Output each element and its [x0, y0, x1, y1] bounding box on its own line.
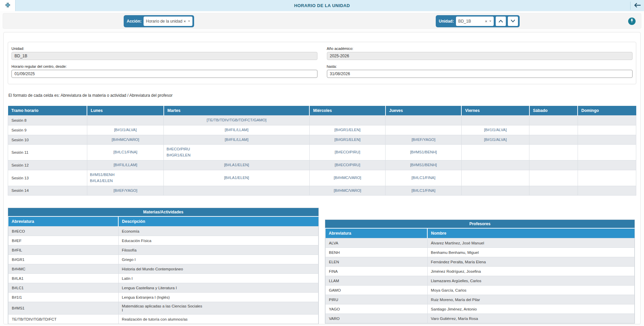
schedule-cell	[164, 186, 309, 196]
schedule-cell	[309, 116, 386, 125]
schedule-cell: [B#FIL/LLAM]	[164, 125, 309, 135]
table-cell: Griego I	[118, 255, 318, 264]
schedule-entry: [B#EF/YAGO]	[90, 188, 161, 194]
schedule-entry: [B#GR1/ELEN]	[312, 137, 383, 143]
session-label: Sesión 13	[8, 170, 87, 186]
unidad-group: Unidad: BD_1B ×	[436, 15, 520, 27]
schedule-entry: [B#HMC/VARO]	[312, 188, 383, 194]
schedule-row: Sesión 12[B#FIL/LLAM][B#LA1/ELEN][B#ECO/…	[8, 160, 636, 170]
schedule-col-header: Jueves	[386, 106, 462, 116]
schedule-entry: [B#LC1/FINA]	[388, 188, 459, 194]
materias-row: B#FILFilosofía	[8, 245, 318, 255]
table-cell: Jiménez Rodríguez, Josefina	[427, 267, 634, 276]
schedule-entry: [B#ECO/PIRU]	[312, 149, 383, 155]
pin-button[interactable]	[628, 18, 636, 25]
schedule-cell: [TE/TB/TDIV/TGB/TD/FCT/GAMO]	[164, 116, 309, 125]
close-icon[interactable]: ×	[184, 20, 186, 23]
table-cell: Varo Gutiérrez, María Rosa	[427, 314, 634, 323]
table-cell: FINA	[326, 267, 428, 276]
anio-academico-field	[327, 52, 633, 60]
profesores-title: Profesores	[325, 220, 635, 229]
back-button[interactable]	[631, 0, 644, 11]
schedule-cell	[529, 125, 578, 135]
schedule-cell: [B#LC1/FINA]	[386, 186, 462, 196]
schedule-entry: [B#GR1/ELEN]	[312, 127, 383, 133]
schedule-cell	[461, 160, 529, 170]
schedule-cell	[529, 170, 578, 186]
schedule-cell	[529, 135, 578, 145]
profesores-col-abreviatura: Abreviatura	[326, 229, 428, 238]
schedule-entry: [B#1I1/ALVA]	[90, 127, 161, 133]
toolbar: Acción: Horario de la unidad × Unidad: B…	[3, 13, 641, 29]
schedule-cell: [B#GR1/ELEN]	[309, 135, 386, 145]
compress-button[interactable]	[0, 0, 16, 11]
unidad-label: Unidad:	[437, 19, 454, 24]
session-label: Sesión 11	[8, 145, 87, 160]
materias-title: Materias/Actividades	[8, 208, 318, 217]
materias-row: B#MS1Matemáticas aplicadas a las Ciencia…	[8, 302, 318, 315]
table-cell: Realización de tutoría con alumnos/as	[118, 315, 318, 324]
accion-selected-value: Horario de la unidad	[146, 19, 182, 24]
schedule-cell	[386, 125, 462, 135]
schedule-cell: [B#1I1/ALVA]	[461, 125, 529, 135]
schedule-entry: [B#1I1/ALVA]	[464, 137, 526, 143]
materias-row: B#GR1Griego I	[8, 255, 318, 264]
hasta-field-group: hasta:	[327, 64, 633, 78]
table-cell: Educación Física	[118, 236, 318, 245]
profesores-row: ALVAÁlvarez Martínez, José Manuel	[326, 238, 635, 248]
schedule-entry: B#ECO/PIRU	[166, 146, 306, 152]
materias-row: B#HMCHistoria del Mundo Contemporáneo	[8, 264, 318, 274]
schedule-cell: [B#HMC/VARO]	[309, 170, 386, 186]
materias-row: TE/TB/TDIV/TGB/TD/FCTRealización de tuto…	[8, 315, 318, 324]
pin-icon	[630, 19, 634, 24]
materias-table: Materias/Actividades Abreviatura Descrip…	[8, 208, 319, 324]
page-title: HORARIO DE LA UNIDAD	[0, 3, 644, 8]
table-cell: Lengua Castellana y Literatura I	[118, 283, 318, 293]
profesores-header-row: Abreviatura Nombre	[326, 229, 635, 238]
hasta-date-field[interactable]	[327, 70, 633, 78]
schedule-row: Sesión 10[B#HMC/VARO][B#FIL/LLAM][B#GR1/…	[8, 135, 636, 145]
schedule-entry: [B#FIL/LLAM]	[166, 127, 306, 133]
schedule-cell	[529, 186, 578, 196]
schedule-entry: [B#LA1/ELEN]	[166, 162, 306, 168]
schedule-table: Tramo horarioLunesMartesMiércolesJuevesV…	[8, 106, 636, 196]
schedule-cell: [B#FIL/LLAM]	[164, 135, 309, 145]
unidad-previous-button[interactable]	[496, 17, 506, 26]
compress-icon	[5, 2, 11, 9]
schedule-entry: [B#FIL/LLAM]	[90, 162, 161, 168]
schedule-col-header: Lunes	[87, 106, 163, 116]
schedule-cell	[461, 170, 529, 186]
schedule-cell	[461, 145, 529, 160]
materias-row: B#ECOEconomía	[8, 227, 318, 236]
schedule-cell	[386, 116, 462, 125]
schedule-row: Sesión 11[B#LC1/FINA]B#ECO/PIRUB#GR1/ELE…	[8, 145, 636, 160]
table-cell: B#EF	[8, 236, 119, 245]
schedule-cell	[529, 145, 578, 160]
schedule-col-header: Domingo	[578, 106, 636, 116]
table-cell: B#ECO	[8, 227, 119, 236]
unidad-selected-value: BD_1B	[458, 19, 484, 24]
table-cell: B#LC1	[8, 283, 119, 293]
close-icon[interactable]: ×	[485, 20, 487, 23]
table-cell: Matemáticas aplicadas a las Ciencias Soc…	[118, 302, 318, 315]
profesores-row: PIRURuiz Moreno, María del Pilar	[326, 295, 635, 304]
accion-select[interactable]: Horario de la unidad ×	[144, 17, 192, 26]
desde-date-field[interactable]	[11, 70, 317, 78]
schedule-col-header: Tramo horario	[8, 106, 87, 116]
profesores-table: Profesores Abreviatura Nombre ALVAÁlvare…	[325, 219, 635, 324]
profesores-col-nombre: Nombre	[427, 229, 634, 238]
unidad-field-label: Unidad:	[11, 47, 317, 51]
unidad-select[interactable]: BD_1B ×	[456, 17, 494, 26]
schedule-cell: [B#HMC/VARO]	[309, 186, 386, 196]
schedule-entry: [B#LC1/FINA]	[90, 149, 161, 155]
session-label: Sesión 10	[8, 135, 87, 145]
profesores-row: VAROVaro Gutiérrez, María Rosa	[326, 314, 635, 323]
schedule-cell: B#MS1/BENHB#LA1/ELEN	[87, 170, 163, 186]
materias-col-descripcion: Descripción	[118, 217, 318, 227]
schedule-cell: [B#HMC/VARO]	[87, 135, 163, 145]
main-panel: Unidad: Año académico: Horario regular d…	[3, 32, 641, 324]
table-cell: Latín I	[118, 274, 318, 283]
unidad-next-button[interactable]	[508, 17, 518, 26]
schedule-cell	[578, 135, 636, 145]
materias-col-abreviatura: Abreviatura	[8, 217, 119, 227]
